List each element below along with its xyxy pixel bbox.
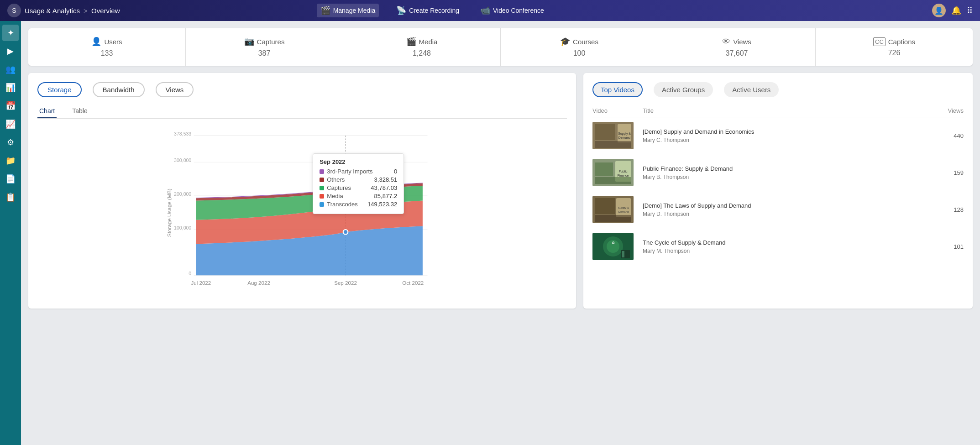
video-views-4: 101 [936, 243, 964, 250]
svg-text:300,000: 300,000 [174, 157, 191, 163]
video-title-2: Public Finance: Supply & Demand [643, 165, 936, 173]
tab-active-users[interactable]: Active Users [724, 82, 779, 97]
main-layout: ✦ ▶ 👥 📊 📅 📈 ⚙ 📁 📄 📋 👤 Users 133 📷 Capt [0, 21, 980, 445]
video-author-4: Mary M. Thompson [643, 248, 936, 254]
stat-users-label: Users [104, 38, 122, 46]
video-table-header: Video Title Views [592, 105, 964, 117]
tooltip-color-3rdparty [320, 169, 324, 174]
nav-video-conference[interactable]: 📹 Video Conference [477, 4, 548, 17]
chart-main-tabs: Storage Bandwidth Views [37, 82, 567, 97]
video-thumb-4: ♻ [592, 233, 634, 260]
svg-text:Demand: Demand [618, 210, 629, 213]
video-title-3: [Demo] The Laws of Supply and Demand [643, 202, 936, 210]
video-thumb-1: Supply & Demand [592, 122, 634, 149]
sidebar-item-settings[interactable]: ⚙ [2, 134, 19, 151]
captions-icon: CC [873, 37, 886, 46]
sidebar-item-play[interactable]: ▶ [2, 43, 19, 59]
svg-text:Aug 2022: Aug 2022 [247, 280, 270, 286]
video-views-1: 440 [936, 132, 964, 139]
sidebar-item-reports[interactable]: 📄 [2, 171, 19, 187]
video-title-1: [Demo] Supply and Demand in Economics [643, 128, 936, 136]
content: 👤 Users 133 📷 Captures 387 🎬 Media 1,248 [21, 21, 980, 445]
svg-text:100,000: 100,000 [174, 225, 191, 230]
stat-users[interactable]: 👤 Users 133 [28, 28, 186, 66]
tooltip-row-others: Others 3,328.51 [320, 176, 397, 183]
table-row[interactable]: Public Finance Public Finance: Supply & … [592, 154, 964, 191]
sidebar-item-home[interactable]: ✦ [2, 25, 19, 41]
nav-manage-media[interactable]: 🎬 Manage Media [317, 4, 379, 17]
tooltip-val-others: 3,328.51 [374, 176, 398, 183]
svg-text:Sep 2022: Sep 2022 [334, 280, 357, 286]
sidebar: ✦ ▶ 👥 📊 📅 📈 ⚙ 📁 📄 📋 [0, 21, 21, 445]
tooltip-label-media: Media [327, 193, 371, 199]
captures-icon: 📷 [244, 37, 254, 47]
courses-icon: 🎓 [560, 37, 570, 47]
media-icon: 🎬 [406, 37, 416, 47]
tooltip-val-captures: 43,787.03 [371, 184, 397, 191]
sidebar-item-chart[interactable]: 📈 [2, 116, 19, 132]
nav-create-recording[interactable]: 📡 Create Recording [393, 4, 463, 17]
users-icon: 👤 [91, 37, 101, 47]
stat-media[interactable]: 🎬 Media 1,248 [343, 28, 501, 66]
stat-views[interactable]: 👁 Views 37,607 [658, 28, 816, 66]
tooltip-color-others [320, 178, 324, 182]
table-row[interactable]: Supply & Demand [Demo] The Laws of Suppl… [592, 191, 964, 228]
svg-text:Supply &: Supply & [618, 132, 631, 136]
sub-tab-chart[interactable]: Chart [37, 105, 57, 118]
tooltip-label-transcodes: Transcodes [327, 201, 365, 208]
sidebar-item-clipboard[interactable]: 📋 [2, 189, 19, 205]
stat-users-value: 133 [101, 49, 113, 58]
video-thumb-3: Supply & Demand [592, 196, 634, 223]
chart-tooltip: Sep 2022 3rd-Party Imports 0 Others 3,32… [313, 153, 404, 214]
bell-icon[interactable]: 🔔 [951, 5, 961, 16]
chart-sub-tabs: Chart Table [37, 105, 567, 119]
tab-storage[interactable]: Storage [37, 82, 82, 97]
tooltip-label-3rdparty: 3rd-Party Imports [327, 168, 391, 175]
stat-captions-value: 726 [888, 49, 901, 57]
stat-courses[interactable]: 🎓 Courses 100 [501, 28, 658, 66]
tooltip-val-3rdparty: 0 [394, 168, 397, 175]
table-row[interactable]: ♻ The Cycle of Supply & Demand Mary M. T… [592, 228, 964, 265]
manage-media-icon: 🎬 [320, 5, 330, 16]
sidebar-item-files[interactable]: 📁 [2, 152, 19, 169]
tooltip-val-transcodes: 149,523.32 [367, 201, 397, 208]
svg-rect-29 [595, 162, 613, 176]
svg-point-12 [343, 230, 348, 235]
video-conference-icon: 📹 [480, 5, 490, 16]
grid-icon[interactable]: ⠿ [967, 5, 973, 16]
col-header-title: Title [643, 107, 936, 114]
nav-center: 🎬 Manage Media 📡 Create Recording 📹 Vide… [317, 4, 548, 17]
right-panel: Top Videos Active Groups Active Users Vi… [583, 73, 973, 309]
nav-manage-media-label: Manage Media [333, 7, 376, 14]
stat-captures[interactable]: 📷 Captures 387 [186, 28, 343, 66]
tab-views[interactable]: Views [156, 82, 194, 97]
user-avatar[interactable]: 👤 [932, 4, 946, 17]
svg-rect-36 [595, 215, 631, 222]
stat-captions[interactable]: CC Captions 726 [816, 28, 973, 66]
stat-views-label: Views [733, 38, 751, 46]
tab-bandwidth[interactable]: Bandwidth [93, 82, 145, 97]
app-logo[interactable]: S Usage & Analytics > Overview [7, 4, 120, 17]
tooltip-color-transcodes [320, 202, 324, 207]
sub-tab-table[interactable]: Table [70, 105, 89, 118]
video-thumb-2: Public Finance [592, 159, 634, 186]
tab-top-videos[interactable]: Top Videos [592, 82, 643, 97]
stat-media-value: 1,248 [413, 49, 431, 58]
sidebar-item-calendar[interactable]: 📅 [2, 98, 19, 114]
video-views-3: 128 [936, 206, 964, 213]
svg-text:Jul 2022: Jul 2022 [191, 280, 211, 286]
tooltip-val-media: 85,877.2 [374, 193, 398, 199]
sidebar-item-users[interactable]: 👥 [2, 61, 19, 78]
svg-text:Finance: Finance [618, 174, 629, 177]
svg-text:0: 0 [189, 271, 191, 276]
right-panel-tabs: Top Videos Active Groups Active Users [592, 82, 964, 97]
tooltip-row-3rdparty: 3rd-Party Imports 0 [320, 168, 397, 175]
tooltip-title: Sep 2022 [320, 158, 397, 165]
sidebar-item-analytics[interactable]: 📊 [2, 79, 19, 96]
svg-text:Oct 2022: Oct 2022 [402, 280, 424, 286]
stat-media-label: Media [419, 38, 438, 46]
svg-rect-30 [595, 177, 631, 184]
tab-active-groups[interactable]: Active Groups [654, 82, 713, 97]
table-row[interactable]: Supply & Demand [Demo] Supply and Demand… [592, 117, 964, 154]
tooltip-row-transcodes: Transcodes 149,523.32 [320, 201, 397, 208]
